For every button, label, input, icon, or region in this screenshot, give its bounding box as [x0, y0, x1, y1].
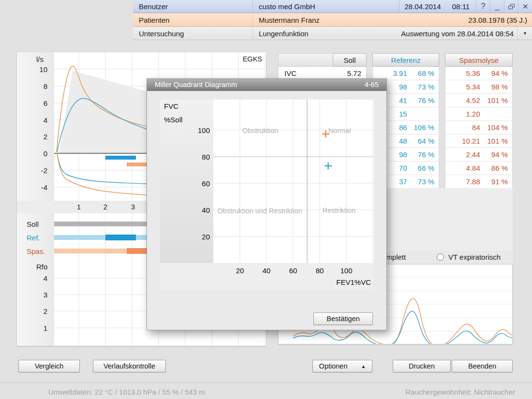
flow-ytick: -2 [41, 166, 47, 175]
patient-name: Mustermann Franz [252, 14, 462, 26]
table-row-spasmolyse: 7.8891 % [445, 175, 513, 189]
volume-xtick: 1 [77, 203, 81, 211]
vt-expiratorisch-label[interactable]: VT expiratorisch [448, 253, 501, 261]
statusbar-rauchergewohnheit: Rauchergewohnheit: Nichtraucher [405, 388, 515, 396]
header-row-untersuchung: Untersuchung Lungenfunktion Auswertung v… [133, 27, 532, 40]
close-icon[interactable]: × [518, 0, 532, 13]
table-row-spasmolyse: 4.8486 % [445, 162, 513, 175]
flow-ytick: 0 [44, 149, 47, 158]
miller-ytick: 100 [198, 126, 210, 134]
volume-xtick: 3 [131, 203, 135, 211]
flow-ytick: 10 [39, 65, 47, 74]
company-name: custo med GmbH [252, 0, 399, 13]
quadrant-label-restriktion: Restriktion [323, 207, 356, 214]
flow-ytick: -4 [41, 183, 47, 192]
statusbar-divider [0, 383, 532, 383]
spas-bar-label: Spas. [27, 247, 45, 255]
ref-bar-label: Ref. [27, 234, 40, 242]
drucken-button[interactable]: Drucken [393, 360, 451, 372]
miller-xtick: 20 [236, 266, 244, 275]
bestaetigen-button[interactable]: Bestätigen [313, 312, 373, 325]
chevron-down-icon: ▼ [523, 31, 527, 36]
optionen-button[interactable]: Optionen ▲ [312, 360, 372, 372]
miller-ylabel-fvc: FVC [164, 102, 178, 110]
soll-bar-label: Soll [27, 220, 39, 228]
miller-ytick: 60 [202, 179, 210, 188]
flow-ytick: 2 [44, 133, 47, 141]
referenz-point-marker [325, 163, 332, 170]
table-row-spasmolyse: 5.3498 % [445, 80, 513, 94]
flow-axis-gutter: l/s 10 8 6 4 2 0 -2 -4 [17, 52, 54, 201]
custo-med-lungenfunktion-window: Benutzer custo med GmbH 28.04.2014 08:11… [0, 0, 532, 399]
miller-quadrant-dialog: Miller Quadrant Diagramm 4-65 FVC %Soll … [147, 78, 387, 330]
table-row-spasmolyse: 1.20 [445, 107, 513, 121]
flow-ytick: 8 [44, 82, 47, 90]
rfo-ytick: 3 [44, 291, 47, 299]
volume-xtick: 2 [103, 203, 107, 211]
quadrant-label-normal: Normal [328, 127, 351, 134]
rfo-ytick: 2 [44, 307, 47, 315]
auswertung-dropdown-arrow[interactable]: ▼ [517, 27, 532, 40]
bars-label-gutter: Soll Ref. Spas. [17, 213, 54, 260]
quadrant-label-obstruktion: Obstruktion [242, 127, 278, 134]
miller-xtick: 80 [316, 266, 324, 275]
table-row-spasmolyse: 2.4494 % [445, 148, 513, 162]
patienten-label[interactable]: Patienten [133, 14, 252, 26]
rfo-ytick: 1 [44, 324, 47, 332]
miller-ytick: 80 [202, 153, 210, 161]
flow-ytick: 4 [44, 116, 47, 124]
header-row-patienten: Patienten Mustermann Franz 23.08.1978 (3… [133, 14, 532, 27]
spasmolyse-column-header[interactable]: Spasmolyse [445, 53, 513, 67]
miller-xtick: 100 [340, 266, 352, 275]
miller-xtick: 60 [289, 266, 297, 275]
vergleich-button[interactable]: Vergleich [18, 360, 80, 372]
rfo-ytick: 4 [44, 274, 47, 282]
untersuchung-label[interactable]: Untersuchung [133, 27, 252, 40]
rfo-axis-gutter: Rfo 4 3 2 1 [17, 260, 54, 346]
quadrant-label-obstruktion-restriktion: Obstruktion und Restriktion [218, 207, 302, 215]
beenden-button[interactable]: Beenden [452, 360, 513, 372]
restore-icon[interactable] [504, 0, 518, 13]
miller-xaxis-label: FEV1%VC [336, 278, 371, 286]
egks-standard-label: EGKS [243, 55, 262, 63]
dialog-title-bar[interactable]: Miller Quadrant Diagramm 4-65 [147, 79, 386, 91]
param-column-header [278, 53, 333, 67]
flow-ytick: 6 [44, 99, 47, 107]
referenz-range-bar [105, 156, 136, 160]
statusbar-umweltdaten: Umweltdaten: 22 °C / 1013.0 hPa / 55 % /… [48, 388, 205, 396]
auswertung-text: Auswertung vom 28.04.2014 08:54 [395, 27, 517, 40]
restore-shape [508, 4, 515, 9]
dialog-code: 4-65 [365, 81, 379, 89]
referenz-column-header[interactable]: Referenz [372, 53, 439, 67]
ref-bar-dark [105, 235, 136, 240]
header: Benutzer custo med GmbH 28.04.2014 08:11… [133, 0, 532, 41]
soll-column-header[interactable]: Soll [333, 53, 367, 67]
table-row-spasmolyse: 84104 % [445, 121, 513, 134]
table-row-spasmolyse: 4.52101 % [445, 94, 513, 107]
miller-quadrant-plot [213, 100, 374, 263]
header-date: 28.04.2014 [399, 0, 446, 13]
miller-ytick: 40 [202, 206, 210, 214]
header-row-benutzer: Benutzer custo med GmbH 28.04.2014 08:11… [133, 0, 532, 13]
rfo-label: Rfo [36, 263, 47, 271]
benutzer-label[interactable]: Benutzer [133, 0, 252, 13]
patient-birthdate: 23.08.1978 (35 J.) [462, 14, 532, 26]
miller-ytick: 20 [202, 233, 210, 241]
header-time: 08:11 [446, 0, 476, 13]
miller-xtick: 40 [263, 266, 271, 275]
minimize-icon[interactable]: _ [490, 0, 504, 13]
vt-expiratorisch-radio[interactable] [437, 253, 444, 261]
exam-type: Lungenfunktion [252, 27, 395, 40]
caret-up-icon: ▲ [361, 364, 366, 369]
flow-unit-label: l/s [36, 55, 44, 63]
table-row-spasmolyse: 5.3694 % [445, 67, 513, 80]
miller-ylabel-soll: %Soll [164, 116, 182, 124]
optionen-button-label: Optionen [319, 362, 348, 370]
dialog-title: Miller Quadrant Diagramm [155, 81, 237, 89]
table-row-spasmolyse: 10.21101 % [445, 134, 513, 148]
verlaufskontrolle-button[interactable]: Verlaufskontrolle [93, 360, 166, 372]
miller-quadrant-svg [213, 100, 374, 263]
help-icon[interactable]: ? [476, 0, 490, 13]
